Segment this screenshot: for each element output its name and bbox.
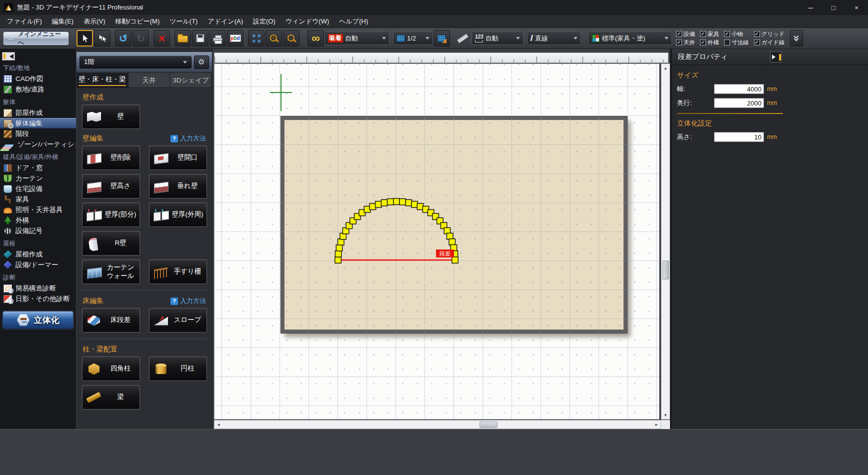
sidebar-item-site-road[interactable]: 敷地/道路 [0,84,76,94]
wall-button[interactable]: 壁 [82,104,140,129]
input-method-link[interactable]: ?入力方法 [170,296,206,306]
dimension-mode-select[interactable]: 123 自動 [472,32,524,45]
input-method-link[interactable]: ?入力方法 [170,134,206,143]
menu-item-0[interactable]: ファイル(F) [2,15,47,28]
close-button[interactable]: × [845,0,868,15]
undo-button[interactable]: ↺ [115,30,132,46]
checkbox-icon[interactable]: ✓ [724,31,730,37]
line-type-select[interactable]: / 直線 [527,32,581,45]
view-toggle-6[interactable]: ✓グリッド [754,30,785,38]
sidebar-item-roof-create[interactable]: 屋根作成 [0,249,76,260]
sidebar-item-exterior[interactable]: 外構 [0,215,76,226]
vertex-handle[interactable] [447,233,454,240]
scroll-down-arrow[interactable]: ▼ [662,411,670,419]
open-file-button[interactable] [174,30,191,46]
sidebar-item-door-window[interactable]: ドア・窓 [0,162,76,173]
sidebar-item-housing-equipment[interactable]: 住宅設備 [0,184,76,194]
maximize-button[interactable]: □ [822,0,845,15]
sidebar-item-curtain[interactable]: カーテン [0,173,76,184]
display-style-select[interactable]: 標準(家具・塗) [588,32,672,45]
main-menu-button[interactable]: ← メインメニューへ [3,32,69,46]
checkbox-icon[interactable]: ✓ [754,31,760,37]
round-column-button[interactable]: 円柱 [149,356,207,381]
menu-item-7[interactable]: ウィンドウ(W) [280,15,334,28]
minimize-button[interactable]: ─ [799,0,822,15]
zoom-in-button[interactable]: + [266,30,282,46]
vertex-handle[interactable] [370,204,376,210]
zoom-out-button[interactable]: − [283,30,300,46]
vertex-handle[interactable] [406,200,412,206]
vertex-handle[interactable] [336,244,342,251]
vertex-handle[interactable] [394,198,400,205]
sidebar-item-equipment-symbol[interactable]: 設備記号 [0,226,76,236]
curved-wall-button[interactable]: R壁 [82,231,140,256]
sidebar-item-dormer[interactable]: 設備/ドーマー [0,260,76,270]
vertical-scrollbar[interactable]: ▲ ▼ [661,64,670,420]
sidebar-item-frame-edit[interactable]: 躯体編集 [0,118,76,128]
scroll-left-arrow[interactable]: ◄ [214,420,222,428]
width-input[interactable] [714,84,764,94]
checkbox-icon[interactable]: ✓ [700,40,706,46]
sidebar-item-room-create[interactable]: 部屋作成 [0,108,76,118]
checkbox-icon[interactable]: ✓ [754,40,760,46]
wall-delete-button[interactable]: 壁削除 [82,146,140,170]
print-button[interactable] [210,30,226,46]
menu-item-1[interactable]: 編集(E) [47,15,78,28]
view-toggle-5[interactable]: 寸法線 [724,38,749,47]
wall-thickness-partial-button[interactable]: 壁厚(部分) [82,202,140,227]
wall-height-button[interactable]: 壁高さ [82,174,140,198]
wall-thickness-outer-button[interactable]: 壁厚(外周) [149,202,207,227]
height-input[interactable] [714,132,764,142]
vertex-handle[interactable] [381,200,388,206]
drawing-canvas[interactable]: 段差 [214,64,660,420]
zoom-fit-button[interactable] [248,30,264,46]
curtain-wall-button[interactable]: カーテン ウォール [82,260,140,284]
view-toggle-1[interactable]: ✓天井 [676,38,695,47]
horizontal-scrollbar[interactable]: ◄ ► [214,420,661,429]
sidebar-item-lighting[interactable]: 照明・天井器具 [0,204,76,215]
handrail-button[interactable]: 手すり柵 [149,260,207,284]
beam-button[interactable]: 梁 [82,385,140,410]
menu-item-3[interactable]: 移動/コピー(M) [110,15,165,28]
vertex-handle[interactable] [449,239,456,246]
sidebar-item-cad-draw[interactable]: CAD作図 [0,74,76,84]
continuous-input-button[interactable]: ∞ [308,30,324,46]
select-tool-button[interactable] [76,30,93,46]
sidebar-item-zone-partition[interactable]: ゾーン/パーティション [0,139,76,150]
view-toggle-2[interactable]: ✓家具 [700,30,719,38]
multi-select-tool-button[interactable] [94,30,110,46]
tab-0[interactable]: 壁・床・柱・梁 [76,73,128,88]
menu-item-4[interactable]: ツール(T) [164,15,202,28]
vertex-handle[interactable] [452,257,458,264]
vertex-handle[interactable] [412,202,418,208]
tab-1[interactable]: 天井 [128,73,170,88]
floor-select[interactable]: 1階 [80,56,192,68]
checkbox-icon[interactable]: ✓ [676,40,682,46]
floor-step-button[interactable]: 床段差 [82,308,140,332]
vertex-handle[interactable] [335,257,342,264]
scroll-right-arrow[interactable]: ► [652,420,660,428]
sidebar-item-furniture[interactable]: 家具 [0,194,76,204]
hanging-wall-button[interactable]: 垂れ壁 [149,174,207,198]
redo-button[interactable]: ↻ [132,30,149,46]
vertex-handle[interactable] [338,239,344,246]
checkbox-icon[interactable] [724,40,730,46]
grid-scale-select[interactable]: 1/2 [393,32,433,45]
view-toggle-3[interactable]: ✓外構 [700,38,719,47]
delete-button[interactable]: × [154,30,170,46]
menu-item-5[interactable]: アドイン(A) [202,15,248,28]
vertex-handle[interactable] [376,202,382,208]
square-column-button[interactable]: 四角柱 [82,356,140,381]
slope-button[interactable]: スロープ [149,308,207,332]
view-toggle-0[interactable]: ✓設備 [676,30,695,38]
scroll-up-arrow[interactable]: ▲ [662,64,670,72]
sidebar-collapse-button[interactable] [2,52,15,60]
vertex-handle[interactable] [400,198,406,205]
grid-angle-button[interactable] [434,30,450,46]
save-button[interactable] [192,30,208,46]
floor-settings-button[interactable]: ⚙ [194,56,209,69]
wall-opening-button[interactable]: 壁開口 [149,146,207,170]
view-toggle-7[interactable]: ✓ガイド線 [754,38,785,47]
checkbox-icon[interactable]: ✓ [700,31,706,37]
sidebar-item-structure-check[interactable]: 簡易構造診断 [0,283,76,294]
